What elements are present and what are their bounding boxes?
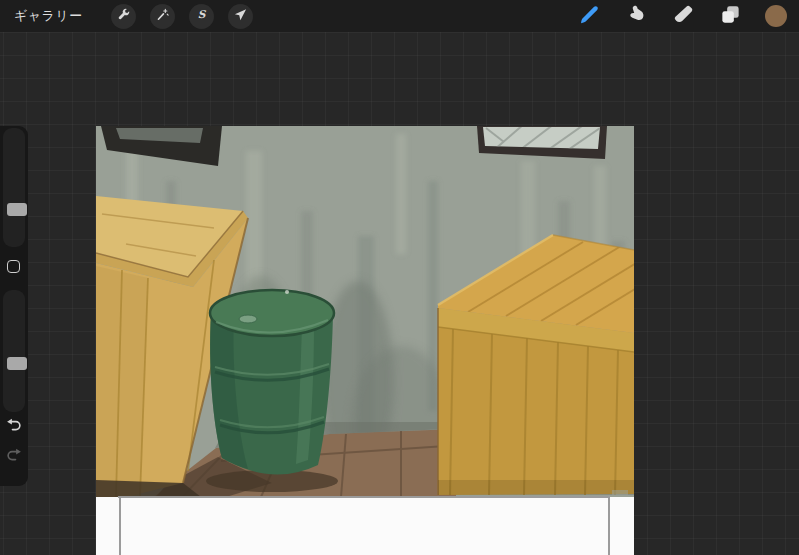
smudge-tool-button[interactable]: [624, 4, 648, 28]
painting: [96, 126, 634, 555]
modify-button[interactable]: [7, 260, 20, 273]
paint-brush-icon: [578, 3, 601, 29]
svg-text:S: S: [197, 8, 206, 21]
redo-icon: [5, 447, 23, 466]
toolbar-right-group: [554, 4, 799, 28]
selection-s-icon: S: [194, 7, 209, 25]
undo-icon: [5, 417, 23, 436]
wrench-icon: [116, 7, 131, 25]
opacity-handle[interactable]: [7, 357, 27, 370]
redo-button[interactable]: [2, 444, 26, 468]
smudge-finger-icon: [625, 3, 648, 29]
color-swatch-button[interactable]: [765, 5, 787, 27]
brush-size-slider[interactable]: [3, 128, 25, 247]
toolbar-left-group: ギャラリー S: [0, 4, 253, 29]
transform-arrow-icon: [233, 7, 248, 25]
brush-size-handle[interactable]: [7, 203, 27, 216]
opacity-slider[interactable]: [3, 290, 25, 412]
brush-tool-button[interactable]: [577, 4, 601, 28]
layers-button[interactable]: [718, 4, 742, 28]
eraser-tool-button[interactable]: [671, 4, 695, 28]
magic-wand-icon: [155, 7, 170, 25]
procreate-workspace: ギャラリー S: [0, 0, 799, 555]
transform-button[interactable]: [228, 4, 253, 29]
actions-button[interactable]: [111, 4, 136, 29]
selection-button[interactable]: S: [189, 4, 214, 29]
paint-smear: [612, 490, 628, 496]
artwork-canvas[interactable]: [96, 126, 634, 555]
gallery-button[interactable]: ギャラリー: [14, 7, 97, 25]
painting-panel: [96, 126, 634, 506]
layers-icon: [719, 3, 742, 29]
left-sidebar: [0, 126, 28, 486]
adjustments-button[interactable]: [150, 4, 175, 29]
top-toolbar: ギャラリー S: [0, 0, 799, 32]
eraser-icon: [672, 3, 695, 29]
undo-button[interactable]: [2, 414, 26, 438]
